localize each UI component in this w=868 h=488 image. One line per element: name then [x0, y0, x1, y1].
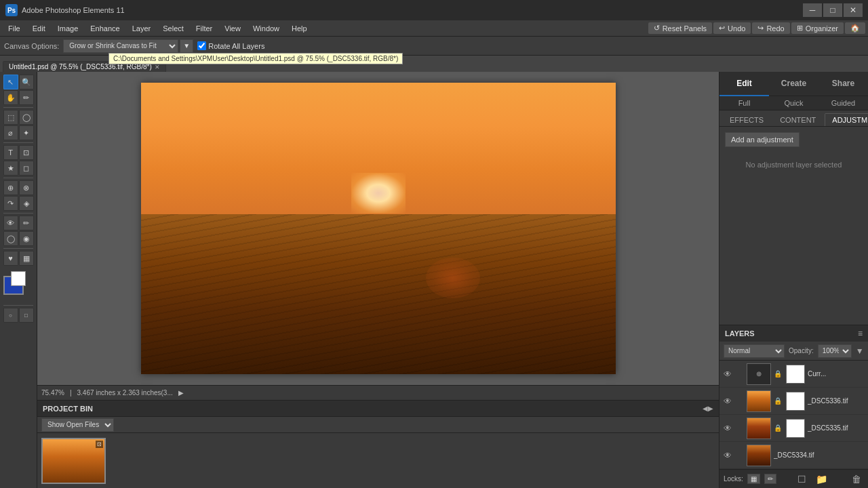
gradient-tool[interactable]: ▦ [19, 251, 34, 266]
project-bin-collapse-button[interactable]: ◀▶ [703, 405, 713, 412]
project-bin-filter-select[interactable]: Show Open Files Show All Files [41, 418, 114, 432]
redo-button[interactable]: ↪ Redo [752, 22, 789, 34]
menu-image[interactable]: Image [52, 23, 84, 34]
tool-row-3: ⬚ ◯ [3, 110, 34, 125]
new-layer-button[interactable]: ☐ [795, 472, 809, 486]
menu-view[interactable]: View [219, 23, 246, 34]
canvas-options-dropdown[interactable]: ▼ [180, 39, 193, 53]
menu-layer[interactable]: Layer [127, 23, 157, 34]
background-color-swatch[interactable] [11, 271, 26, 286]
dodge-tool[interactable]: ◯ [3, 231, 18, 246]
subtab-adjustments[interactable]: ADJUSTMENTS [825, 113, 868, 126]
hand-tool[interactable]: ✋ [3, 90, 18, 105]
subtab-content[interactable]: CONTENT [772, 113, 823, 126]
menu-enhance[interactable]: Enhance [85, 23, 125, 34]
menu-edit[interactable]: Edit [27, 23, 51, 34]
maximize-button[interactable]: □ [823, 3, 842, 17]
project-thumbnail[interactable]: ⊡ [41, 438, 106, 484]
star-tool[interactable]: ★ [3, 161, 18, 176]
clone-stamp-tool[interactable]: ⊕ [3, 180, 18, 195]
home-button[interactable]: 🏠 [845, 22, 865, 34]
new-group-button[interactable]: 📁 [813, 472, 830, 486]
layers-header: LAYERS ≡ [719, 325, 868, 342]
rotate-all-layers-checkbox[interactable] [197, 41, 206, 50]
undo-button[interactable]: ↩ Undo [713, 22, 751, 34]
image-canvas [141, 83, 616, 374]
organizer-button[interactable]: ⊞ Organizer [791, 22, 844, 34]
layer-eye-button[interactable]: 👁 [722, 396, 733, 407]
layer-name: Curr... [808, 370, 865, 378]
layer-eye-button[interactable]: 👁 [722, 450, 733, 461]
subtab-effects[interactable]: EFFECTS [722, 113, 771, 126]
tab-guided[interactable]: Guided [818, 96, 868, 110]
layer-thumbnail [747, 390, 771, 412]
layers-title: LAYERS [725, 329, 854, 338]
screen-mode-button[interactable]: □ [19, 308, 34, 323]
delete-layer-button[interactable]: 🗑 [849, 472, 864, 486]
move-tool[interactable]: ↖ [3, 75, 18, 89]
text-tool[interactable]: T [3, 145, 18, 160]
sharpen-tool[interactable]: ◈ [19, 196, 34, 211]
canvas-options-select[interactable]: Grow or Shrink Canvas to Fit [63, 39, 178, 53]
layer-row-dsc5336[interactable]: 👁 🔒 _DSC5336.tif [719, 388, 868, 415]
lock-transparency-button[interactable]: ▦ [747, 474, 760, 484]
red-eye-tool[interactable]: 👁 [3, 216, 18, 230]
add-adjustment-button[interactable]: Add an adjustment [725, 132, 800, 147]
tool-row-2: ✋ ✏ [3, 90, 34, 105]
project-bin-title: PROJECT BIN [43, 405, 698, 413]
tool-row-10: ◯ ◉ [3, 231, 34, 246]
minimize-button[interactable]: ─ [803, 3, 822, 17]
shape-tool[interactable]: ◻ [19, 161, 34, 176]
blend-mode-select[interactable]: Normal Dissolve Multiply Screen Overlay [724, 344, 785, 358]
crop-tool[interactable]: ⊡ [19, 145, 34, 160]
menu-filter[interactable]: Filter [191, 23, 218, 34]
opacity-select[interactable]: 100% 75% 50% 25% [818, 344, 852, 358]
layer-row-dsc5334[interactable]: 👁 _DSC5334.tif [719, 442, 868, 469]
lasso-tool[interactable]: ⌀ [3, 125, 18, 140]
layer-name: _DSC5336.tif [808, 397, 865, 405]
layer-thumb-image [747, 391, 770, 411]
heal-tool[interactable]: ⊗ [19, 180, 34, 195]
zoom-tool[interactable]: 🔍 [19, 75, 34, 89]
canvas-area[interactable]: 75.47% | 3.467 inches x 2.363 inches(3..… [37, 72, 719, 400]
layer-name: _DSC5335.tif [808, 424, 865, 432]
smudge-tool[interactable]: ↷ [3, 196, 18, 211]
elliptical-select-tool[interactable]: ◯ [19, 110, 34, 125]
layers-panel-menu-button[interactable]: ≡ [858, 329, 863, 338]
tab-close-button[interactable]: ✕ [155, 64, 160, 70]
heart-tool[interactable]: ♥ [3, 251, 18, 266]
tab-share[interactable]: Share [818, 72, 868, 96]
eyedropper-tool[interactable]: ✏ [19, 90, 34, 105]
rotate-all-layers-label[interactable]: Rotate All Layers [197, 41, 264, 50]
quick-mask-button[interactable]: ○ [3, 308, 18, 323]
tab-tooltip: C:\Documents and Settings\XPMUser\Deskto… [108, 53, 403, 64]
menu-help[interactable]: Help [286, 23, 313, 34]
tab-edit[interactable]: Edit [719, 72, 769, 96]
status-arrow[interactable]: ▶ [178, 389, 184, 396]
sun-glow [351, 173, 406, 214]
layer-row-dsc5335[interactable]: 👁 🔒 _DSC5335.tif [719, 415, 868, 442]
menu-window[interactable]: Window [248, 23, 285, 34]
reset-panels-button[interactable]: ↺ Reset Panels [648, 22, 712, 34]
lock-pixels-button[interactable]: ✏ [764, 474, 776, 484]
status-separator: | [70, 389, 72, 396]
magic-wand-tool[interactable]: ✦ [19, 125, 34, 140]
brush-tool[interactable]: ✏ [19, 216, 34, 230]
menu-bar: File Edit Image Enhance Layer Select Fil… [0, 20, 868, 37]
tab-full[interactable]: Full [719, 96, 769, 110]
menu-select[interactable]: Select [157, 23, 189, 34]
burn-tool[interactable]: ◉ [19, 231, 34, 246]
menu-file[interactable]: File [3, 23, 26, 34]
canvas-scroll[interactable] [37, 72, 719, 385]
field-layer [141, 214, 616, 375]
layer-eye-button[interactable]: 👁 [722, 369, 733, 380]
opacity-dropdown-button[interactable]: ▼ [856, 346, 864, 356]
layer-eye-button[interactable]: 👁 [722, 423, 733, 434]
rectangular-select-tool[interactable]: ⬚ [3, 110, 18, 125]
zoom-level: 75.47% [41, 389, 64, 396]
layer-row-adjustment[interactable]: 👁 ⊕ 🔒 Curr... [719, 361, 868, 388]
close-button[interactable]: ✕ [844, 3, 863, 17]
tab-create[interactable]: Create [769, 72, 818, 96]
tab-quick[interactable]: Quick [769, 96, 818, 110]
layer-mask [786, 365, 805, 384]
